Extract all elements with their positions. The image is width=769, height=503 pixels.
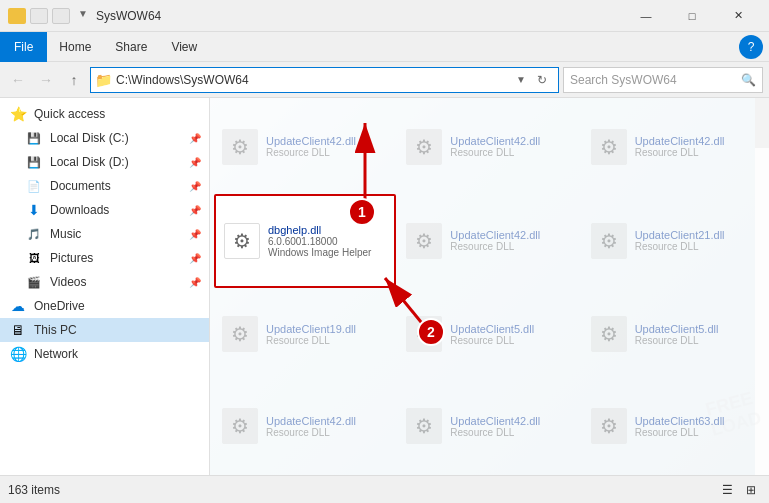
sidebar: ⭐ Quick access 💾 Local Disk (C:) 📌 💾 Loc… [0,98,210,475]
pin-icon-dl: 📌 [189,205,201,216]
file-item[interactable]: ⚙ UpdateClient42.dll Resource DLL [214,381,396,471]
sidebar-item-downloads[interactable]: ⬇ Downloads 📌 [0,198,209,222]
menu-view[interactable]: View [159,32,209,62]
file-area-wrapper: ⚙ UpdateClient42.dll Resource DLL ⚙ Upda… [210,98,769,475]
file-item[interactable]: ⚙ UpdateClient42.dll Resource DLL [398,381,580,471]
file-info: UpdateClient5.dll Resource DLL [635,323,757,346]
file-name: UpdateClient63.dll [635,415,757,427]
sidebar-item-quick-access[interactable]: ⭐ Quick access [0,102,209,126]
sidebar-item-documents[interactable]: 📄 Documents 📌 [0,174,209,198]
window-title: SysWOW64 [96,9,623,23]
sidebar-label-downloads: Downloads [50,203,189,217]
gear-icon: ⚙ [233,229,251,253]
sidebar-label-documents: Documents [50,179,189,193]
gear-icon: ⚙ [231,135,249,159]
videos-icon: 🎬 [24,272,44,292]
search-icon[interactable]: 🔍 [741,73,756,87]
file-detail: Resource DLL [450,427,572,438]
sidebar-item-pictures[interactable]: 🖼 Pictures 📌 [0,246,209,270]
file-name: UpdateClient42.dll [266,135,388,147]
menu-share[interactable]: Share [103,32,159,62]
file-detail-desc: Windows Image Helper [268,247,386,258]
sidebar-item-music[interactable]: 🎵 Music 📌 [0,222,209,246]
file-icon: ⚙ [406,408,442,444]
close-button[interactable]: ✕ [715,0,761,32]
address-dropdown-icon[interactable]: ▼ [512,74,530,85]
gear-icon: ⚙ [415,414,433,438]
sidebar-item-network[interactable]: 🌐 Network [0,342,209,366]
gear-icon: ⚙ [600,229,618,253]
file-info: UpdateClient42.dll Resource DLL [450,135,572,158]
file-info: UpdateClient42.dll Resource DLL [450,415,572,438]
sidebar-item-onedrive[interactable]: ☁ OneDrive [0,294,209,318]
file-info: UpdateClient5.dll Resource DLL [450,323,572,346]
forward-button[interactable]: → [34,68,58,92]
menu-file[interactable]: File [0,32,47,62]
file-icon-dbghelp: ⚙ [224,223,260,259]
file-item-dbghelp[interactable]: ⚙ dbghelp.dll 6.0.6001.18000 Windows Ima… [214,194,396,288]
file-name: UpdateClient42.dll [266,415,388,427]
gear-icon: ⚙ [415,322,433,346]
file-detail: Resource DLL [450,241,572,252]
file-info-dbghelp: dbghelp.dll 6.0.6001.18000 Windows Image… [268,224,386,258]
file-item[interactable]: ⚙ UpdateClient42.dll Resource DLL [583,102,765,192]
file-name: UpdateClient42.dll [450,415,572,427]
search-box[interactable]: Search SysWOW64 🔍 [563,67,763,93]
file-item[interactable]: ⚙ UpdateClient19.dll Resource DLL [214,290,396,380]
file-icon: ⚙ [591,408,627,444]
downloads-icon: ⬇ [24,200,44,220]
app-icon-1 [8,8,26,24]
app-icon-3 [52,8,70,24]
file-info: UpdateClient42.dll Resource DLL [266,415,388,438]
pin-icon-d: 📌 [189,157,201,168]
file-item[interactable]: ⚙ UpdateClient42.dll Resource DLL [398,194,580,288]
sidebar-item-this-pc[interactable]: 🖥 This PC [0,318,209,342]
minimize-button[interactable]: — [623,0,669,32]
sidebar-label-local-disk-d: Local Disk (D:) [50,155,189,169]
back-button[interactable]: ← [6,68,30,92]
status-bar: 163 items ☰ ⊞ [0,475,769,503]
maximize-button[interactable]: □ [669,0,715,32]
address-bar: ← → ↑ 📁 C:\Windows\SysWOW64 ▼ ↻ Search S… [0,62,769,98]
sidebar-label-onedrive: OneDrive [34,299,201,313]
gear-icon: ⚙ [231,414,249,438]
onedrive-icon: ☁ [8,296,28,316]
menu-bar: File Home Share View ? [0,32,769,62]
address-input[interactable]: 📁 C:\Windows\SysWOW64 ▼ ↻ [90,67,559,93]
this-pc-icon: 🖥 [8,320,28,340]
view-details-button[interactable]: ☰ [717,480,737,500]
file-detail: Resource DLL [635,335,757,346]
pin-icon-vid: 📌 [189,277,201,288]
up-button[interactable]: ↑ [62,68,86,92]
sidebar-label-this-pc: This PC [34,323,201,337]
title-bar-icons: ▼ [8,8,88,24]
sidebar-item-local-disk-d[interactable]: 💾 Local Disk (D:) 📌 [0,150,209,174]
file-item[interactable]: ⚙ UpdateClient63.dll Resource DLL [583,381,765,471]
file-item[interactable]: ⚙ UpdateClient5.dll Resource DLL [398,290,580,380]
view-tiles-button[interactable]: ⊞ [741,480,761,500]
pin-icon-pic: 📌 [189,253,201,264]
title-bar: ▼ SysWOW64 — □ ✕ [0,0,769,32]
pin-icon-music: 📌 [189,229,201,240]
file-name-dbghelp: dbghelp.dll [268,224,386,236]
file-item[interactable]: ⚙ UpdateClient21.dll Resource DLL [583,194,765,288]
file-detail: Resource DLL [635,427,757,438]
file-item[interactable]: ⚙ UpdateClient42.dll Resource DLL [214,102,396,192]
sidebar-item-label: Quick access [34,107,201,121]
file-item[interactable]: ⚙ UpdateClient5.dll Resource DLL [583,290,765,380]
file-icon: ⚙ [222,316,258,352]
pin-icon: 📌 [189,133,201,144]
refresh-button[interactable]: ↻ [530,68,554,92]
file-info: UpdateClient42.dll Resource DLL [450,229,572,252]
menu-home[interactable]: Home [47,32,103,62]
file-info: UpdateClient63.dll Resource DLL [635,415,757,438]
file-item[interactable]: ⚙ UpdateClient42.dll Resource DLL [398,102,580,192]
sidebar-item-local-disk-c[interactable]: 💾 Local Disk (C:) 📌 [0,126,209,150]
gear-icon: ⚙ [415,135,433,159]
help-button[interactable]: ? [739,35,763,59]
file-detail: Resource DLL [635,147,757,158]
title-arrow: ▼ [78,8,88,24]
file-name: UpdateClient42.dll [450,229,572,241]
sidebar-item-videos[interactable]: 🎬 Videos 📌 [0,270,209,294]
file-name: UpdateClient19.dll [266,323,388,335]
